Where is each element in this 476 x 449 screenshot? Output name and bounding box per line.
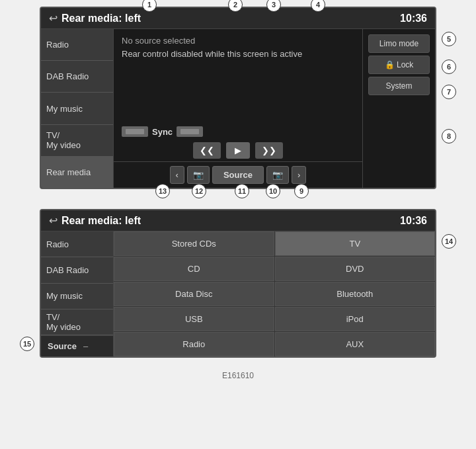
screen2-nav-my-music[interactable]: My music: [41, 284, 113, 309]
screen1-time: 10:36: [400, 13, 427, 24]
source-footer-label: Source: [41, 336, 83, 356]
screen1-content-top: No source selected Rear control disabled…: [114, 29, 362, 124]
source-footer: Source –: [41, 335, 113, 356]
source-button[interactable]: Source: [212, 166, 264, 184]
source-row: ‹ 📷 Source 📷 ›: [114, 161, 362, 188]
screen2-nav: Radio DAB Radio My music TV/My video Sou…: [41, 231, 114, 356]
callout-13: 13: [155, 184, 170, 198]
callout-15: 15: [20, 337, 34, 351]
bottom-label: E161610: [40, 371, 436, 380]
source-right-chevron[interactable]: ›: [292, 166, 306, 184]
screen1-main: No source selected Rear control disabled…: [114, 29, 362, 188]
nav-radio[interactable]: Radio: [41, 29, 113, 61]
camera-left-button[interactable]: 📷: [187, 166, 210, 184]
callout-7: 7: [442, 85, 456, 99]
playback-row: ❮❮ ▶ ❯❯: [114, 140, 362, 161]
prev-button[interactable]: ❮❮: [193, 142, 221, 159]
nav-tv-my-video[interactable]: TV/My video: [41, 125, 113, 157]
source-stored-cds[interactable]: Stored CDs: [114, 231, 274, 256]
source-bluetooth[interactable]: Bluetooth: [275, 282, 436, 306]
screen2-header: ↩ Rear media: left 10:36: [41, 210, 435, 231]
source-left-chevron[interactable]: ‹: [170, 166, 184, 184]
screen2-time: 10:36: [400, 215, 427, 227]
screen2-nav-dab[interactable]: DAB Radio: [41, 257, 113, 283]
source-tv[interactable]: TV: [275, 231, 436, 256]
source-main: Stored CDs TV CD DVD Data Disc Bluetooth…: [114, 231, 435, 356]
callout-5: 5: [442, 32, 456, 46]
callout-6: 6: [442, 60, 456, 74]
screen1: ↩ Rear media: left 10:36 Radio DAB Radio…: [40, 7, 436, 189]
callout-12: 12: [192, 184, 206, 198]
next-button[interactable]: ❯❯: [255, 142, 283, 159]
limo-mode-button[interactable]: Limo mode: [368, 34, 430, 53]
nav-rear-media[interactable]: Rear media: [41, 157, 113, 188]
source-ipod[interactable]: iPod: [275, 307, 436, 331]
no-source-text: No source selected: [122, 36, 354, 46]
screen2-body: Radio DAB Radio My music TV/My video Sou…: [41, 231, 435, 356]
screen1-right-col: Limo mode 🔒 Lock System: [362, 29, 435, 188]
screen1-title: Rear media: left: [61, 13, 400, 24]
sync-track-left: [122, 126, 148, 137]
callout-14: 14: [442, 234, 456, 249]
play-button[interactable]: ▶: [226, 142, 250, 159]
callout-10: 10: [266, 184, 280, 198]
source-footer-dash: –: [83, 336, 88, 356]
screen2-nav-tv[interactable]: TV/My video: [41, 309, 113, 335]
screen1-nav: Radio DAB Radio My music TV/My video Rea…: [41, 29, 114, 188]
track-inner-right: [180, 129, 199, 134]
source-grid-body: Stored CDs TV CD DVD Data Disc Bluetooth…: [114, 231, 435, 356]
nav-my-music[interactable]: My music: [41, 93, 113, 124]
track-inner-left: [126, 129, 144, 134]
disabled-text: Rear control disabled while this screen …: [122, 48, 354, 60]
screen2-nav-radio[interactable]: Radio: [41, 231, 113, 257]
callout-9: 9: [294, 184, 309, 198]
screen2: ↩ Rear media: left 10:36 Radio DAB Radio…: [40, 209, 436, 358]
screen1-body: Radio DAB Radio My music TV/My video Rea…: [41, 29, 435, 188]
callout-11: 11: [235, 184, 249, 198]
source-radio[interactable]: Radio: [114, 332, 274, 356]
source-dvd[interactable]: DVD: [275, 257, 436, 281]
lock-button[interactable]: 🔒 Lock: [368, 56, 430, 74]
screen2-title: Rear media: left: [61, 215, 400, 227]
source-aux[interactable]: AUX: [275, 332, 436, 356]
sync-row: Sync: [114, 124, 362, 140]
sync-label: Sync: [152, 127, 173, 137]
source-usb[interactable]: USB: [114, 307, 274, 331]
system-button[interactable]: System: [368, 77, 430, 95]
nav-dab-radio[interactable]: DAB Radio: [41, 61, 113, 93]
callout-8: 8: [442, 129, 456, 143]
source-cd[interactable]: CD: [114, 257, 274, 281]
screen2-back-icon[interactable]: ↩: [49, 214, 58, 227]
source-data-disc[interactable]: Data Disc: [114, 282, 274, 306]
sync-track-right: [177, 126, 203, 137]
back-icon[interactable]: ↩: [49, 12, 58, 24]
camera-right-button[interactable]: 📷: [266, 166, 289, 184]
